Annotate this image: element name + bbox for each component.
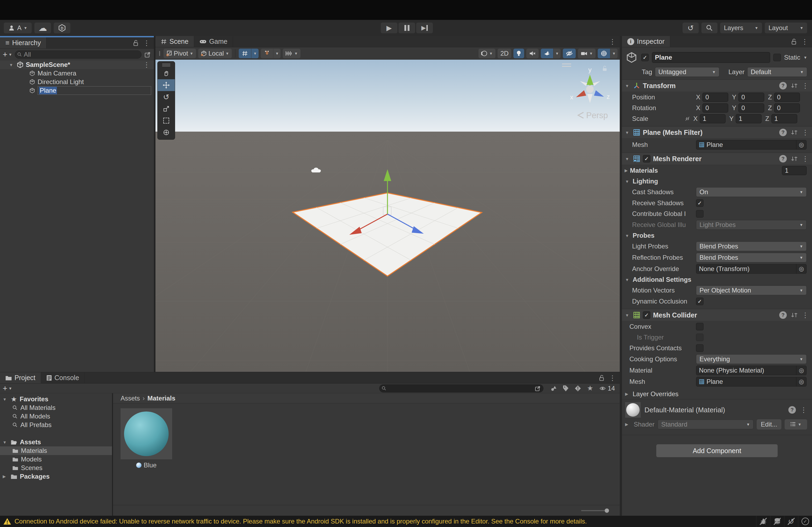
object-picker-icon[interactable]: ◎	[796, 366, 806, 375]
create-button[interactable]: +▼	[3, 50, 12, 59]
orientation-gizmo[interactable]: y x z	[570, 66, 610, 103]
material-menu-icon[interactable]: ⋮	[800, 407, 807, 413]
favorite-all-materials[interactable]: All Materials	[0, 403, 112, 412]
slider-knob[interactable]	[605, 509, 609, 513]
probes-foldout[interactable]: ▼Probes	[622, 230, 812, 241]
rotation-y-field[interactable]: 0	[738, 103, 764, 113]
mesh-collider-header[interactable]: ▼ ✓ Mesh Collider ? ⋮	[622, 309, 812, 321]
effects-toggle[interactable]: ▼	[541, 48, 561, 58]
panel-menu-icon[interactable]: ⋮	[143, 40, 150, 46]
gameobject-icon[interactable]	[625, 51, 638, 64]
cooking-options-dropdown[interactable]: Everything▼	[696, 354, 807, 364]
light-probes-dropdown[interactable]: Blend Probes▼	[696, 241, 807, 251]
mesh-renderer-header[interactable]: ▼ ✓ Mesh Renderer ? ⋮	[622, 153, 812, 165]
camera-settings-dropdown[interactable]: ▼	[578, 48, 596, 58]
lock-icon[interactable]	[791, 38, 797, 45]
detach-search-icon[interactable]	[144, 51, 151, 58]
gizmo-z-cone[interactable]	[594, 90, 604, 97]
shading-mode-dropdown[interactable]: ▼	[478, 48, 496, 58]
snap-increment-button[interactable]: ▼	[283, 48, 301, 58]
help-icon[interactable]: ?	[779, 311, 787, 319]
motion-vectors-dropdown[interactable]: Per Object Motion▼	[696, 286, 807, 295]
persp-indicator[interactable]: Persp	[578, 111, 608, 120]
convex-checkbox[interactable]	[696, 323, 704, 330]
tab-scene[interactable]: Scene	[156, 36, 194, 47]
presets-icon[interactable]	[791, 83, 798, 89]
assets-root[interactable]: ▼Assets	[0, 438, 112, 446]
presets-icon[interactable]	[791, 156, 798, 162]
thumbnail-size-slider[interactable]	[581, 509, 609, 513]
link-scale-icon[interactable]	[684, 115, 691, 122]
view-hand-tool[interactable]	[158, 68, 175, 79]
tab-project[interactable]: Project	[0, 372, 41, 383]
scene-panel-menu-icon[interactable]: ⋮	[609, 38, 616, 45]
tab-inspector[interactable]: i Inspector	[622, 36, 670, 47]
active-checkbox[interactable]: ✓	[641, 54, 649, 61]
lock-icon[interactable]	[133, 40, 139, 46]
dynamic-occlusion-checkbox[interactable]: ✓	[696, 298, 704, 305]
create-asset-button[interactable]: +▼	[3, 384, 12, 393]
search-everywhere-button[interactable]	[701, 23, 717, 33]
scale-y-field[interactable]: 1	[736, 114, 762, 123]
gizmo-x-cone[interactable]	[576, 90, 586, 97]
object-picker-icon[interactable]: ◎	[796, 377, 806, 386]
layer-dropdown[interactable]: Default▼	[747, 67, 807, 77]
cast-shadows-dropdown[interactable]: On▼	[696, 187, 807, 197]
material-foldout-icon[interactable]: ▶	[625, 422, 630, 427]
hierarchy-item-main-camera[interactable]: Main Camera	[0, 69, 154, 77]
lighting-foldout[interactable]: ▼Lighting	[622, 176, 812, 186]
anchor-override-field[interactable]: None (Transform)◎	[696, 264, 807, 274]
2d-toggle-button[interactable]: 2D	[497, 48, 511, 58]
auto-refresh-disabled-icon[interactable]: ↺	[784, 516, 798, 527]
mesh-renderer-enabled-checkbox[interactable]: ✓	[643, 155, 650, 162]
folder-scenes[interactable]: Scenes	[0, 464, 112, 472]
tab-hierarchy[interactable]: ≡ Hierarchy	[0, 37, 46, 48]
y-axis-arrow[interactable]	[384, 169, 391, 181]
tag-dropdown[interactable]: Untagged▼	[655, 67, 719, 77]
layers-dropdown[interactable]: Layers▼	[720, 23, 762, 33]
debugger-disabled-icon[interactable]	[756, 516, 770, 527]
help-icon[interactable]: ?	[779, 129, 787, 136]
reflection-probes-dropdown[interactable]: Blend Probes▼	[696, 253, 807, 262]
gizmo-unlock-icon[interactable]	[603, 66, 607, 71]
scale-z-field[interactable]: 1	[771, 114, 797, 123]
tab-console[interactable]: Console	[41, 372, 85, 383]
breadcrumb-assets[interactable]: Assets	[120, 395, 140, 402]
static-dropdown-arrow[interactable]: ▼	[803, 55, 807, 60]
object-picker-icon[interactable]: ◎	[796, 264, 806, 273]
search-by-type-icon[interactable]	[550, 385, 557, 391]
physic-material-field[interactable]: None (Physic Material)◎	[696, 366, 807, 375]
grid-visibility-toggle[interactable]: ▼	[239, 48, 259, 58]
hierarchy-item-plane-selected[interactable]: Plane	[0, 86, 154, 95]
layer-overrides-foldout[interactable]: ▶Layer Overrides	[622, 389, 812, 399]
step-button[interactable]: ▶	[416, 23, 433, 33]
name-field[interactable]: Plane	[652, 52, 770, 63]
help-icon[interactable]: ?	[779, 155, 787, 162]
play-button[interactable]: ▶	[381, 23, 397, 33]
material-thumbnail[interactable]	[625, 402, 641, 418]
materials-foldout-row[interactable]: ▶ Materials 1	[622, 165, 812, 176]
hierarchy-item-directional-light[interactable]: Directional Light	[0, 77, 154, 86]
packages-root[interactable]: ▶Packages	[0, 472, 112, 481]
favorite-all-prefabs[interactable]: All Prefabs	[0, 421, 112, 429]
presets-icon[interactable]	[791, 312, 798, 318]
help-icon[interactable]: ?	[788, 406, 796, 414]
rect-tool[interactable]	[158, 115, 175, 127]
hidden-count-toggle[interactable]: 14	[599, 385, 615, 392]
additional-settings-foldout[interactable]: ▼Additional Settings	[622, 274, 812, 285]
panel-menu-icon[interactable]: ⋮	[801, 38, 808, 45]
hub-button[interactable]: D	[54, 23, 70, 33]
gizmos-toggle[interactable]: ▼	[598, 48, 618, 58]
folder-models[interactable]: Models	[0, 455, 112, 464]
importance-icon[interactable]	[575, 385, 581, 391]
scene-visibility-button[interactable]	[563, 48, 576, 58]
receive-shadows-checkbox[interactable]: ✓	[696, 199, 704, 207]
mesh-object-field[interactable]: Plane ◎	[696, 140, 807, 149]
breadcrumb-materials[interactable]: Materials	[147, 395, 175, 402]
presets-icon[interactable]	[791, 129, 798, 136]
contribute-gi-checkbox[interactable]	[696, 210, 704, 217]
asset-item-blue[interactable]: Blue	[120, 408, 172, 469]
component-menu-icon[interactable]: ⋮	[802, 82, 809, 89]
provides-contacts-checkbox[interactable]	[696, 344, 704, 352]
overlay-menu-icon[interactable]	[562, 64, 571, 66]
